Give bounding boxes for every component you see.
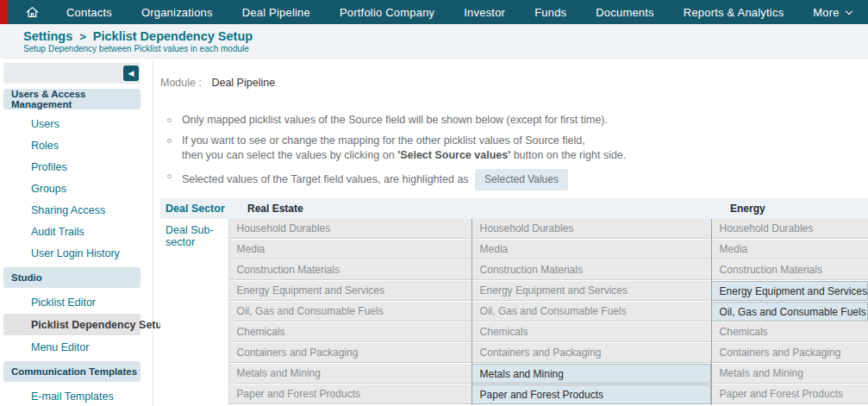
sidebar-item-sharing-access[interactable]: Sharing Access bbox=[0, 199, 153, 221]
page-title: Picklist Dependency Setup bbox=[93, 29, 253, 43]
sidebar-section-studio: Studio bbox=[3, 267, 141, 288]
subsector-cell[interactable]: Construction Materials bbox=[712, 260, 868, 280]
page-subtitle: Setup Dependency between Picklist values… bbox=[0, 44, 868, 53]
home-icon[interactable] bbox=[25, 5, 40, 19]
subsector-cell[interactable]: Construction Materials bbox=[472, 260, 711, 280]
picklist-dependency-table: Deal Sector Real EstateEnergy Deal Sub-s… bbox=[160, 198, 868, 405]
subsector-cell[interactable]: Chemicals bbox=[229, 322, 471, 342]
sector-row-label: Deal Sector bbox=[160, 203, 240, 215]
note-item: If you want to see or change the mapping… bbox=[160, 134, 868, 163]
sidebar-collapse-bar: ◀ bbox=[3, 63, 141, 84]
subsector-column-2: Household DurablesMediaConstruction Mate… bbox=[711, 219, 868, 405]
subsector-cell[interactable]: Energy Equipment and Services bbox=[472, 281, 711, 301]
subsector-column-0: Household DurablesMediaConstruction Mate… bbox=[228, 219, 471, 405]
breadcrumb-band: Settings > Picklist Dependency Setup Set… bbox=[0, 24, 868, 59]
sidebar-collapse-button[interactable]: ◀ bbox=[123, 66, 139, 81]
nav-item-reports-analytics[interactable]: Reports & Analytics bbox=[684, 6, 784, 19]
subsector-cell[interactable]: Oil, Gas and Consumable Fuels bbox=[229, 302, 471, 322]
subsector-cell[interactable]: Containers and Packaging bbox=[712, 343, 868, 363]
nav-items: ContactsOrganizationsDeal PipelinePortfo… bbox=[52, 6, 868, 19]
sidebar-item-groups[interactable]: Groups bbox=[0, 178, 153, 199]
sidebar-item-users[interactable]: Users bbox=[0, 113, 153, 134]
bullet-icon bbox=[167, 139, 172, 143]
note-text: If you want to see or change the mapping… bbox=[182, 134, 626, 163]
instruction-notes: Only mapped picklist values of the Sourc… bbox=[160, 113, 868, 191]
bullet-icon bbox=[167, 174, 172, 178]
nav-item-documents[interactable]: Documents bbox=[596, 6, 654, 19]
note-text: Only mapped picklist values of the Sourc… bbox=[182, 113, 608, 128]
breadcrumb-settings[interactable]: Settings bbox=[23, 29, 72, 43]
module-value: Deal Pipeline bbox=[211, 77, 275, 89]
sidebar-sections: Users & Access ManagementUsersRolesProfi… bbox=[0, 89, 153, 406]
brand-accent-stripe bbox=[0, 0, 8, 24]
subsector-column-1: Household DurablesMediaConstruction Mate… bbox=[471, 219, 711, 405]
table-header-row: Deal Sector Real EstateEnergy bbox=[160, 198, 868, 219]
subsector-cell[interactable]: Metals and Mining bbox=[229, 364, 471, 384]
subsector-row-label: Deal Sub-sector bbox=[160, 219, 228, 405]
nav-item-deal-pipeline[interactable]: Deal Pipeline bbox=[242, 6, 310, 19]
breadcrumb-separator-icon: > bbox=[79, 30, 86, 43]
subsector-cell[interactable]: Metals and Mining bbox=[712, 364, 868, 384]
note-item: Only mapped picklist values of the Sourc… bbox=[160, 113, 868, 128]
subsector-cell[interactable]: Energy Equipment and Services bbox=[712, 281, 868, 301]
nav-item-more[interactable]: More bbox=[813, 6, 851, 19]
breadcrumb: Settings > Picklist Dependency Setup bbox=[0, 24, 868, 43]
sidebar-item-picklist-dependency-setup[interactable]: Picklist Dependency Setup bbox=[3, 314, 141, 335]
subsector-cell[interactable]: Oil, Gas and Consumable Fuels bbox=[712, 302, 868, 322]
sidebar-item-picklist-editor[interactable]: Picklist Editor bbox=[0, 291, 153, 313]
subsector-cell[interactable]: Chemicals bbox=[472, 322, 711, 342]
sector-header-2: Energy bbox=[722, 203, 868, 215]
subsector-cell[interactable]: Paper and Forest Products bbox=[229, 384, 471, 404]
nav-item-portfolio-company[interactable]: Portfolio Company bbox=[340, 6, 434, 19]
subsector-cell[interactable]: Containers and Packaging bbox=[472, 343, 711, 363]
subsector-cell[interactable]: Construction Materials bbox=[229, 260, 471, 280]
nav-item-investor[interactable]: Investor bbox=[464, 6, 505, 19]
subsector-cell[interactable]: Energy Equipment and Services bbox=[229, 281, 471, 301]
module-row: Module : Deal Pipeline bbox=[160, 77, 868, 89]
chevron-down-icon bbox=[846, 7, 852, 14]
subsector-cell[interactable]: Metals and Mining bbox=[472, 364, 711, 384]
sidebar-item-e-mail-templates[interactable]: E-mail Templates bbox=[0, 385, 153, 406]
subsector-columns: Household DurablesMediaConstruction Mate… bbox=[228, 219, 868, 405]
sidebar-item-user-login-history[interactable]: User Login History bbox=[0, 242, 153, 264]
nav-item-funds[interactable]: Funds bbox=[534, 6, 566, 19]
subsector-cell[interactable]: Oil, Gas and Consumable Fuels bbox=[472, 302, 711, 322]
sidebar-item-menu-editor[interactable]: Menu Editor bbox=[0, 336, 153, 358]
subsector-cell[interactable]: Containers and Packaging bbox=[229, 343, 471, 363]
settings-sidebar: ◀ Users & Access ManagementUsersRolesPro… bbox=[0, 59, 153, 406]
subsector-cell[interactable]: Paper and Forest Products bbox=[712, 384, 868, 404]
sidebar-item-audit-trails[interactable]: Audit Trails bbox=[0, 221, 153, 242]
sector-header-0: Real Estate bbox=[240, 203, 483, 215]
bullet-icon bbox=[167, 118, 172, 122]
subsector-cell[interactable]: Media bbox=[472, 240, 711, 259]
subsector-cell[interactable]: Media bbox=[229, 240, 471, 259]
sidebar-section-communication-templates: Communication Templates bbox=[3, 361, 141, 382]
sidebar-section-users-access-management: Users & Access Management bbox=[3, 89, 141, 109]
sidebar-item-roles[interactable]: Roles bbox=[0, 134, 153, 156]
subsector-cell[interactable]: Chemicals bbox=[712, 322, 868, 342]
table-body: Deal Sub-sector Household DurablesMediaC… bbox=[160, 219, 868, 405]
sector-headers: Real EstateEnergy bbox=[240, 203, 868, 215]
note-item: Selected values of the Target field valu… bbox=[160, 169, 868, 191]
module-label: Module : bbox=[160, 77, 202, 89]
subsector-cell[interactable]: Media bbox=[712, 240, 868, 259]
note-text: Selected values of the Target field valu… bbox=[182, 169, 568, 191]
subsector-cell[interactable]: Paper and Forest Products bbox=[472, 384, 711, 404]
top-navigation: ContactsOrganizationsDeal PipelinePortfo… bbox=[0, 0, 868, 24]
nav-item-contacts[interactable]: Contacts bbox=[66, 6, 112, 19]
subsector-cell[interactable]: Household Durables bbox=[712, 219, 868, 239]
subsector-cell[interactable]: Household Durables bbox=[229, 219, 471, 239]
sector-header-1 bbox=[483, 203, 722, 215]
subsector-cell[interactable]: Household Durables bbox=[472, 219, 711, 239]
nav-item-organizations[interactable]: Organizations bbox=[141, 6, 213, 19]
selected-values-badge: Selected Values bbox=[475, 169, 568, 191]
sidebar-item-profiles[interactable]: Profiles bbox=[0, 156, 153, 178]
main-content: Module : Deal Pipeline Only mapped pickl… bbox=[160, 59, 868, 406]
